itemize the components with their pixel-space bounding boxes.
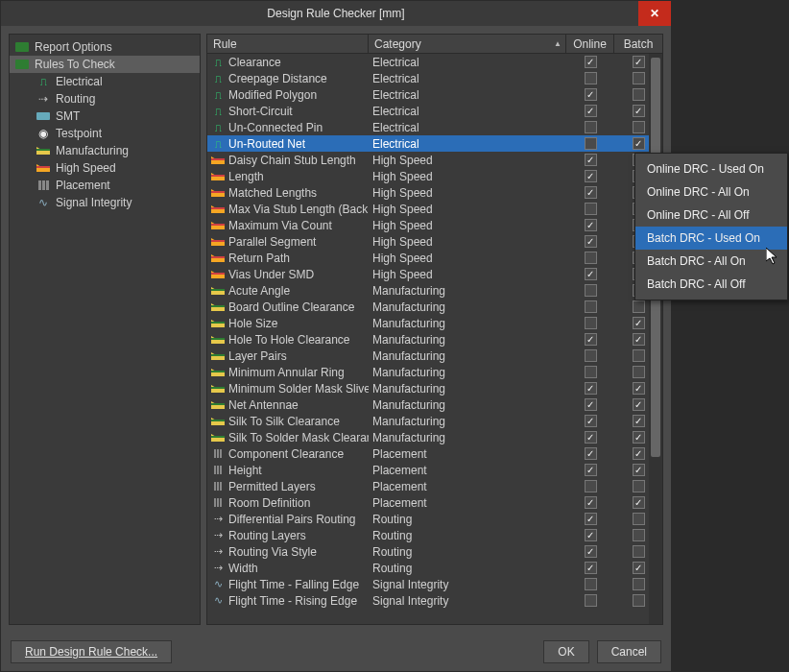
tree-item-manufacturing[interactable]: Manufacturing (10, 142, 200, 159)
online-checkbox[interactable] (585, 186, 597, 199)
table-row[interactable]: Vias Under SMDHigh Speed (207, 266, 662, 282)
batch-checkbox[interactable] (633, 513, 645, 525)
table-row[interactable]: LengthHigh Speed (207, 168, 662, 184)
online-checkbox[interactable] (585, 382, 597, 395)
table-row[interactable]: ⇢Routing Via StyleRouting (207, 543, 662, 560)
table-row[interactable]: ⎍Creepage DistanceElectrical (207, 70, 662, 86)
online-checkbox[interactable] (585, 594, 597, 607)
batch-checkbox[interactable] (633, 56, 645, 68)
batch-checkbox[interactable] (633, 594, 645, 607)
batch-checkbox[interactable] (633, 137, 645, 150)
online-checkbox[interactable] (585, 496, 597, 509)
online-checkbox[interactable] (585, 415, 597, 427)
col-online[interactable]: Online (566, 35, 614, 53)
ctx-batch-drc-all-off[interactable]: Batch DRC - All Off (635, 273, 787, 296)
table-row[interactable]: Maximum Via CountHigh Speed (207, 217, 662, 233)
tree-item-signal-integrity[interactable]: ∿Signal Integrity (10, 194, 200, 211)
batch-checkbox[interactable] (633, 366, 645, 378)
context-menu[interactable]: Online DRC - Used OnOnline DRC - All OnO… (634, 153, 788, 300)
batch-checkbox[interactable] (633, 398, 645, 411)
batch-checkbox[interactable] (633, 349, 645, 362)
table-row[interactable]: Max Via Stub Length (Back DHigh Speed (207, 201, 662, 217)
online-checkbox[interactable] (585, 137, 597, 150)
table-row[interactable]: Matched LengthsHigh Speed (207, 184, 662, 201)
titlebar[interactable]: Design Rule Checker [mm] ✕ (1, 1, 671, 26)
table-row[interactable]: Room DefinitionPlacement (207, 494, 662, 511)
batch-checkbox[interactable] (633, 529, 645, 541)
table-row[interactable]: Parallel SegmentHigh Speed (207, 233, 662, 250)
tree-item-high-speed[interactable]: High Speed (10, 159, 200, 177)
batch-checkbox[interactable] (633, 578, 645, 590)
batch-checkbox[interactable] (633, 382, 645, 395)
table-row[interactable]: ∿Flight Time - Rising EdgeSignal Integri… (207, 592, 662, 609)
online-checkbox[interactable] (585, 284, 597, 297)
online-checkbox[interactable] (585, 366, 597, 378)
table-row[interactable]: HeightPlacement (207, 462, 662, 478)
batch-checkbox[interactable] (633, 562, 645, 574)
cancel-button[interactable]: Cancel (597, 640, 661, 663)
tree-item-routing[interactable]: ⇢Routing (10, 90, 200, 108)
tree-item-placement[interactable]: Placement (10, 177, 200, 194)
batch-checkbox[interactable] (633, 545, 645, 558)
table-row[interactable]: Daisy Chain Stub LengthHigh Speed (207, 152, 662, 168)
table-row[interactable]: ∿Flight Time - Falling EdgeSignal Integr… (207, 576, 662, 592)
table-row[interactable]: ⇢WidthRouting (207, 560, 662, 576)
batch-checkbox[interactable] (633, 496, 645, 509)
table-row[interactable]: Hole To Hole ClearanceManufacturing (207, 331, 662, 348)
table-row[interactable]: Silk To Solder Mask ClearancManufacturin… (207, 429, 662, 445)
table-row[interactable]: ⇢Differential Pairs RoutingRouting (207, 511, 662, 527)
table-row[interactable]: Minimum Solder Mask SliverManufacturing (207, 380, 662, 396)
table-row[interactable]: ⎍Short-CircuitElectrical (207, 103, 662, 119)
online-checkbox[interactable] (585, 480, 597, 492)
online-checkbox[interactable] (585, 219, 597, 231)
online-checkbox[interactable] (585, 300, 597, 313)
table-row[interactable]: ⎍Modified PolygonElectrical (207, 86, 662, 103)
batch-checkbox[interactable] (633, 317, 645, 329)
table-row[interactable]: ⎍Un-Connected PinElectrical (207, 119, 662, 135)
batch-checkbox[interactable] (633, 105, 645, 117)
table-row[interactable]: Net AntennaeManufacturing (207, 396, 662, 413)
col-batch[interactable]: Batch (614, 35, 662, 53)
table-row[interactable]: Silk To Silk ClearanceManufacturing (207, 413, 662, 429)
run-drc-button[interactable]: Run Design Rule Check... (11, 640, 172, 663)
online-checkbox[interactable] (585, 529, 597, 541)
col-category[interactable]: Category ▲ (369, 35, 566, 53)
ctx-online-drc-all-on[interactable]: Online DRC - All On (635, 180, 787, 204)
online-checkbox[interactable] (585, 88, 597, 101)
online-checkbox[interactable] (585, 562, 597, 574)
ctx-online-drc-all-off[interactable]: Online DRC - All Off (635, 204, 787, 227)
ok-button[interactable]: OK (543, 640, 588, 663)
online-checkbox[interactable] (585, 513, 597, 525)
ctx-batch-drc-all-on[interactable]: Batch DRC - All On (635, 250, 787, 273)
tree-item-rules-to-check[interactable]: Rules To Check (10, 56, 200, 73)
batch-checkbox[interactable] (633, 72, 645, 84)
table-row[interactable]: ⇢Routing LayersRouting (207, 527, 662, 543)
batch-checkbox[interactable] (633, 121, 645, 133)
table-row[interactable]: Component ClearancePlacement (207, 445, 662, 462)
online-checkbox[interactable] (585, 447, 597, 460)
table-row[interactable]: Minimum Annular RingManufacturing (207, 364, 662, 380)
online-checkbox[interactable] (585, 121, 597, 133)
batch-checkbox[interactable] (633, 464, 645, 476)
online-checkbox[interactable] (585, 464, 597, 476)
batch-checkbox[interactable] (633, 333, 645, 346)
table-row[interactable]: Hole SizeManufacturing (207, 315, 662, 331)
table-row[interactable]: Return PathHigh Speed (207, 250, 662, 266)
online-checkbox[interactable] (585, 170, 597, 182)
online-checkbox[interactable] (585, 317, 597, 329)
grid-body[interactable]: ⎍ClearanceElectrical⎍Creepage DistanceEl… (207, 54, 662, 624)
table-row[interactable]: Layer PairsManufacturing (207, 348, 662, 364)
tree-item-smt[interactable]: SMT (10, 108, 200, 125)
batch-checkbox[interactable] (633, 300, 645, 313)
online-checkbox[interactable] (585, 431, 597, 444)
table-row[interactable]: Board Outline ClearanceManufacturing (207, 299, 662, 315)
online-checkbox[interactable] (585, 72, 597, 84)
close-button[interactable]: ✕ (638, 1, 671, 26)
online-checkbox[interactable] (585, 333, 597, 346)
tree-item-testpoint[interactable]: ◉Testpoint (10, 125, 200, 142)
col-rule[interactable]: Rule (207, 35, 369, 53)
batch-checkbox[interactable] (633, 415, 645, 427)
online-checkbox[interactable] (585, 154, 597, 166)
tree-item-electrical[interactable]: ⎍Electrical (10, 73, 200, 90)
batch-checkbox[interactable] (633, 431, 645, 444)
